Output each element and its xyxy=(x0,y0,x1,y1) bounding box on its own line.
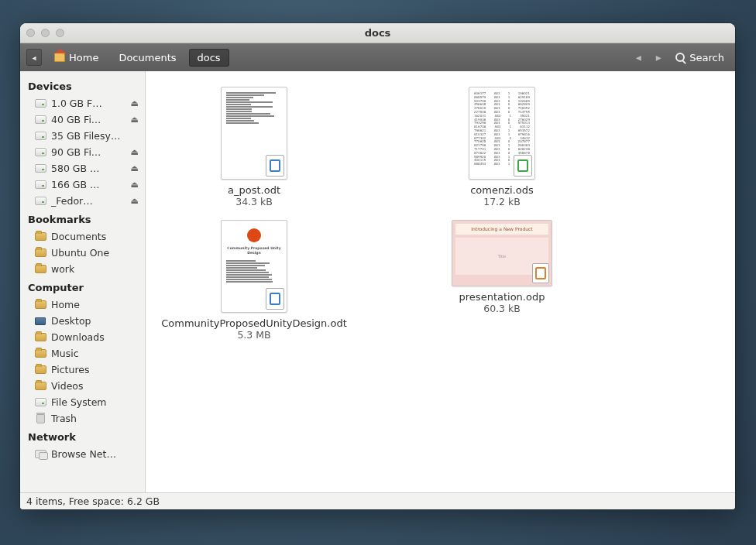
file-name: comenzi.ods xyxy=(470,184,534,196)
drive-icon xyxy=(35,99,46,108)
drive-icon xyxy=(35,398,46,406)
eject-icon[interactable]: ⏏ xyxy=(131,98,139,108)
sidebar-item-label: File System xyxy=(51,396,139,408)
eject-icon[interactable]: ⏏ xyxy=(131,180,139,190)
sidebar-section-devices: Devices xyxy=(20,76,145,95)
file-size: 60.3 kB xyxy=(483,303,521,314)
sidebar-item[interactable]: Documents xyxy=(20,228,145,245)
search-button[interactable]: Search xyxy=(671,52,729,63)
sidebar-section-computer: Computer xyxy=(20,277,145,296)
drive-icon xyxy=(35,164,46,173)
search-icon xyxy=(675,53,685,62)
folder-icon xyxy=(35,349,46,358)
sidebar: Devices1.0 GB F…⏏40 GB Fi…⏏35 GB Filesy…… xyxy=(20,71,146,492)
file-name: CommunityProposedUnityDesign.odt xyxy=(161,317,347,329)
sidebar-item[interactable]: Downloads xyxy=(20,329,145,345)
document-icon xyxy=(270,159,280,172)
back-button[interactable]: ◂ xyxy=(26,49,42,66)
file-name: presentation.odp xyxy=(459,291,545,303)
file-grid[interactable]: a_post.odt34.3 kB606177A831196021868579A… xyxy=(146,71,735,492)
eject-icon[interactable]: ⏏ xyxy=(131,163,139,173)
sidebar-item[interactable]: File System xyxy=(20,394,145,410)
sidebar-item[interactable]: Music xyxy=(20,345,145,362)
sidebar-section-bookmarks: Bookmarks xyxy=(20,209,145,228)
file-item[interactable]: Community Proposed Unity DesignCommunity… xyxy=(146,214,363,347)
sidebar-item[interactable]: Trash xyxy=(20,410,145,427)
sidebar-item[interactable]: 1.0 GB F…⏏ xyxy=(20,95,145,111)
sidebar-item-label: 40 GB Fi… xyxy=(51,114,126,125)
folder-icon xyxy=(35,265,46,273)
location-bar: ◂ Home Documents docs ◂ ▸ Search xyxy=(20,43,735,71)
sidebar-item-label: Videos xyxy=(51,380,139,392)
sidebar-item-label: Trash xyxy=(51,413,139,424)
sidebar-item[interactable]: Desktop xyxy=(20,313,145,329)
folder-icon xyxy=(35,365,46,374)
sidebar-item[interactable]: Ubuntu One xyxy=(20,245,145,261)
presentation-icon xyxy=(535,267,546,279)
breadcrumb-home[interactable]: Home xyxy=(46,50,106,66)
breadcrumb-label: Home xyxy=(69,52,98,63)
history-back-button[interactable]: ◂ xyxy=(631,51,646,63)
sidebar-item-label: 166 GB … xyxy=(51,179,126,190)
folder-icon xyxy=(35,232,46,241)
eject-icon[interactable]: ⏏ xyxy=(131,196,139,206)
window-title: docs xyxy=(20,27,735,39)
window-controls xyxy=(26,29,64,37)
sidebar-section-network: Network xyxy=(20,427,145,446)
sidebar-item[interactable]: Pictures xyxy=(20,362,145,378)
document-icon xyxy=(270,293,280,305)
sidebar-item[interactable]: Browse Net… xyxy=(20,446,145,462)
sidebar-item[interactable]: Videos xyxy=(20,378,145,394)
sidebar-item-label: Downloads xyxy=(51,331,139,343)
sidebar-item-label: Browse Net… xyxy=(51,448,139,460)
file-manager-window: docs ◂ Home Documents docs ◂ ▸ Search De… xyxy=(20,23,735,509)
sidebar-item[interactable]: Home xyxy=(20,296,145,313)
status-text: 4 items, Free space: 6.2 GB xyxy=(26,495,160,507)
sidebar-item-label: Home xyxy=(51,299,139,310)
breadcrumb-label: Documents xyxy=(119,52,176,63)
file-item[interactable]: Introducing a New ProductTitlepresentati… xyxy=(393,214,610,347)
sidebar-item-label: work xyxy=(51,263,139,275)
sidebar-item-label: Ubuntu One xyxy=(51,247,139,259)
drive-icon xyxy=(35,180,46,189)
spreadsheet-icon xyxy=(517,159,528,172)
sidebar-item[interactable]: work xyxy=(20,261,145,277)
history-forward-button[interactable]: ▸ xyxy=(651,51,666,63)
file-size: 34.3 kB xyxy=(235,196,273,207)
eject-icon[interactable]: ⏏ xyxy=(131,147,139,157)
file-item[interactable]: 606177A831196021868579A831629189903708A8… xyxy=(393,81,610,214)
sidebar-item[interactable]: 90 GB Fi…⏏ xyxy=(20,144,145,160)
titlebar[interactable]: docs xyxy=(20,23,735,43)
file-size: 17.2 kB xyxy=(483,196,521,207)
home-icon xyxy=(54,53,65,62)
eject-icon[interactable]: ⏏ xyxy=(131,115,139,125)
filetype-badge xyxy=(532,263,549,283)
sidebar-item-label: Pictures xyxy=(51,364,139,375)
sidebar-item-label: Music xyxy=(51,348,139,359)
file-item[interactable]: a_post.odt34.3 kB xyxy=(146,81,363,214)
breadcrumb-docs[interactable]: docs xyxy=(189,49,229,67)
net-icon xyxy=(35,450,46,458)
status-bar: 4 items, Free space: 6.2 GB xyxy=(20,492,735,509)
sidebar-item[interactable]: 580 GB …⏏ xyxy=(20,160,145,177)
sidebar-item-label: 580 GB … xyxy=(51,163,126,174)
sidebar-item[interactable]: 40 GB Fi…⏏ xyxy=(20,111,145,128)
sidebar-item-label: 90 GB Fi… xyxy=(51,146,126,158)
trash-icon xyxy=(36,414,45,423)
file-name: a_post.odt xyxy=(228,184,280,196)
filetype-badge xyxy=(266,155,284,177)
sidebar-item-label: 1.0 GB F… xyxy=(51,98,126,109)
sidebar-item[interactable]: _Fedor…⏏ xyxy=(20,193,145,209)
filetype-badge xyxy=(514,155,532,177)
breadcrumb-label: docs xyxy=(198,52,221,63)
close-button[interactable] xyxy=(26,29,35,37)
sidebar-item[interactable]: 35 GB Filesy… xyxy=(20,128,145,144)
minimize-button[interactable] xyxy=(41,29,50,37)
maximize-button[interactable] xyxy=(56,29,64,37)
search-label: Search xyxy=(689,52,724,63)
sidebar-item-label: Documents xyxy=(51,231,139,242)
sidebar-item[interactable]: 166 GB …⏏ xyxy=(20,177,145,193)
breadcrumb-documents[interactable]: Documents xyxy=(111,50,184,66)
file-thumbnail xyxy=(221,87,287,180)
sidebar-item-label: _Fedor… xyxy=(51,195,126,207)
